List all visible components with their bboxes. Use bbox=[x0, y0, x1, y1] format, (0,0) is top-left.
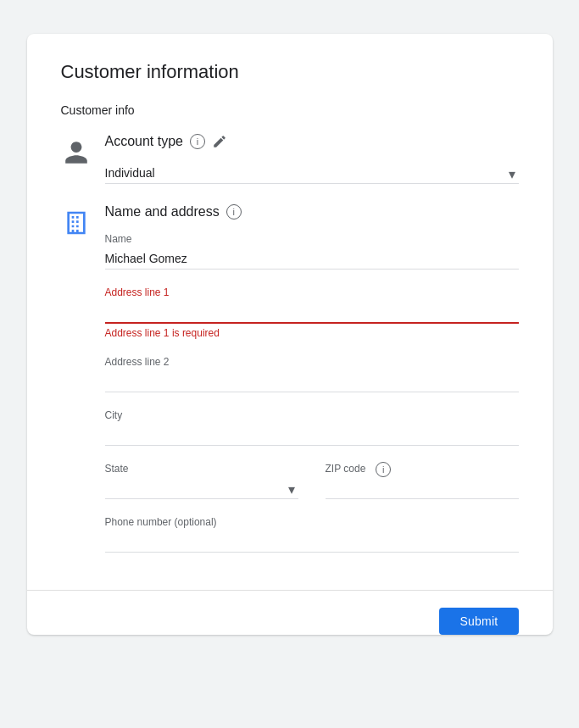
state-group: State ▾ bbox=[105, 463, 298, 499]
phone-label: Phone number (optional) bbox=[105, 516, 519, 528]
phone-input[interactable] bbox=[105, 531, 519, 553]
page-title: Customer information bbox=[61, 61, 519, 83]
account-type-select[interactable]: Individual Business bbox=[105, 163, 519, 184]
account-type-edit-icon[interactable] bbox=[212, 134, 227, 149]
name-field-group: Name bbox=[105, 233, 519, 270]
section-label: Customer info bbox=[61, 103, 519, 117]
name-input[interactable] bbox=[105, 248, 519, 270]
state-zip-row: State ▾ ZIP code i bbox=[105, 463, 519, 516]
account-type-info-icon[interactable]: i bbox=[190, 134, 205, 149]
zip-header: ZIP code i bbox=[326, 463, 519, 478]
city-label: City bbox=[105, 409, 519, 421]
name-address-label: Name and address bbox=[105, 204, 220, 220]
phone-group: Phone number (optional) bbox=[105, 516, 519, 553]
building-icon bbox=[63, 209, 90, 236]
account-type-section: Account type i Individual Business ▾ bbox=[61, 134, 519, 184]
name-address-header: Name and address i bbox=[105, 204, 519, 220]
state-label: State bbox=[105, 463, 298, 475]
account-icon bbox=[61, 137, 92, 168]
address-line1-group: Address line 1 Address line 1 is require… bbox=[105, 286, 519, 339]
account-type-select-wrapper: Individual Business ▾ bbox=[105, 163, 519, 184]
account-type-label: Account type bbox=[105, 134, 184, 149]
zip-input[interactable] bbox=[326, 478, 519, 499]
submit-button[interactable]: Submit bbox=[439, 608, 518, 635]
account-type-header: Account type i bbox=[105, 134, 519, 149]
address-line1-error: Address line 1 is required bbox=[105, 327, 519, 339]
address-line2-input[interactable] bbox=[105, 371, 519, 392]
name-address-section: Name and address i Name Address line 1 A… bbox=[61, 204, 519, 570]
address-line2-label: Address line 2 bbox=[105, 356, 519, 368]
address-line2-group: Address line 2 bbox=[105, 356, 519, 392]
person-icon bbox=[63, 139, 90, 166]
bottom-bar: Submit bbox=[27, 590, 553, 635]
address-line1-input[interactable] bbox=[105, 302, 519, 324]
customer-information-card: Customer information Customer info Accou… bbox=[27, 34, 553, 635]
city-input[interactable] bbox=[105, 425, 519, 446]
name-address-content: Name and address i Name Address line 1 A… bbox=[105, 204, 519, 570]
name-label: Name bbox=[105, 233, 519, 245]
zip-group: ZIP code i bbox=[326, 463, 519, 499]
account-type-content: Account type i Individual Business ▾ bbox=[105, 134, 519, 184]
name-address-info-icon[interactable]: i bbox=[226, 204, 242, 220]
zip-label: ZIP code bbox=[326, 463, 366, 475]
address-line1-label: Address line 1 bbox=[105, 286, 519, 298]
state-select[interactable] bbox=[105, 478, 298, 499]
state-select-wrapper: ▾ bbox=[105, 478, 298, 499]
zip-info-icon[interactable]: i bbox=[376, 462, 391, 477]
address-icon bbox=[61, 208, 92, 238]
city-group: City bbox=[105, 409, 519, 446]
